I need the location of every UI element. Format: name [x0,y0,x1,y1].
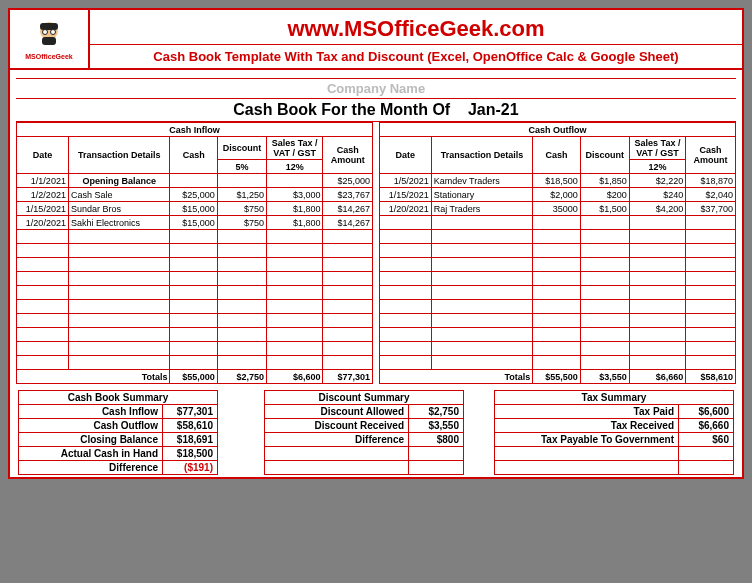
cell-details-in[interactable] [68,286,170,300]
cell-date-out[interactable]: 1/20/2021 [379,202,431,216]
cell-discount-out[interactable] [580,244,629,258]
cell-amount-in[interactable] [323,244,373,258]
cell-details-out[interactable]: Raj Traders [431,202,533,216]
cell-details-out[interactable] [431,356,533,370]
cell-amount-in[interactable]: $23,767 [323,188,373,202]
cell-cash-out[interactable] [533,300,580,314]
cell-amount-out[interactable] [686,216,736,230]
cell-tax-in[interactable] [266,174,322,188]
cell-tax-out[interactable]: $240 [629,188,685,202]
cell-amount-in[interactable]: $14,267 [323,202,373,216]
rate-tax-out[interactable]: 12% [629,160,685,174]
cell-amount-out[interactable]: $2,040 [686,188,736,202]
company-name[interactable]: Company Name [16,78,736,99]
rate-tax-in[interactable]: 12% [266,160,322,174]
cell-date-out[interactable] [379,230,431,244]
cell-tax-in[interactable]: $1,800 [266,202,322,216]
cell-tax-out[interactable] [629,356,685,370]
cell-cash-out[interactable]: 35000 [533,202,580,216]
cell-cash-in[interactable] [170,286,217,300]
cell-amount-in[interactable] [323,258,373,272]
cell-details-in[interactable] [68,328,170,342]
cell-cash-in[interactable]: $15,000 [170,216,217,230]
cell-tax-out[interactable]: $4,200 [629,202,685,216]
cell-discount-out[interactable]: $1,850 [580,174,629,188]
cell-tax-out[interactable] [629,342,685,356]
cell-amount-in[interactable] [323,342,373,356]
cell-amount-in[interactable] [323,300,373,314]
cell-discount-in[interactable]: $750 [217,202,266,216]
cell-cash-in[interactable] [170,272,217,286]
cell-date-in[interactable] [17,244,69,258]
cell-date-in[interactable] [17,328,69,342]
cell-date-out[interactable] [379,272,431,286]
cell-date-in[interactable] [17,342,69,356]
cell-date-out[interactable]: 1/5/2021 [379,174,431,188]
cell-date-in[interactable]: 1/20/2021 [17,216,69,230]
cell-tax-out[interactable] [629,244,685,258]
cell-cash-out[interactable] [533,272,580,286]
cell-discount-in[interactable] [217,328,266,342]
cell-discount-in[interactable] [217,174,266,188]
cell-discount-in[interactable] [217,230,266,244]
cell-amount-out[interactable] [686,272,736,286]
cell-details-out[interactable]: Kamdev Traders [431,174,533,188]
empty[interactable] [679,447,734,461]
month-value[interactable]: Jan-21 [468,101,519,118]
cell-amount-in[interactable]: $14,267 [323,216,373,230]
cell-discount-in[interactable] [217,244,266,258]
cell-tax-in[interactable] [266,272,322,286]
cell-tax-in[interactable] [266,342,322,356]
cell-date-in[interactable]: 1/1/2021 [17,174,69,188]
cell-cash-in[interactable]: $25,000 [170,188,217,202]
cell-date-in[interactable] [17,356,69,370]
empty[interactable] [265,447,409,461]
cell-discount-in[interactable] [217,258,266,272]
cell-date-in[interactable] [17,300,69,314]
cell-tax-out[interactable] [629,314,685,328]
cell-amount-in[interactable] [323,314,373,328]
cell-discount-out[interactable] [580,216,629,230]
empty[interactable] [495,447,679,461]
cell-amount-out[interactable]: $18,870 [686,174,736,188]
cell-discount-in[interactable]: $1,250 [217,188,266,202]
cell-details-in[interactable] [68,230,170,244]
cell-tax-in[interactable] [266,230,322,244]
cell-details-out[interactable] [431,272,533,286]
cell-amount-out[interactable] [686,328,736,342]
cell-amount-out[interactable] [686,244,736,258]
cell-discount-out[interactable] [580,258,629,272]
cell-details-in[interactable]: Opening Balance [68,174,170,188]
cell-details-out[interactable] [431,258,533,272]
cell-tax-out[interactable] [629,328,685,342]
cell-details-out[interactable] [431,244,533,258]
cell-tax-out[interactable] [629,286,685,300]
cell-details-out[interactable]: Stationary [431,188,533,202]
cell-tax-in[interactable] [266,258,322,272]
cell-date-in[interactable] [17,272,69,286]
cell-date-in[interactable] [17,230,69,244]
cell-tax-out[interactable] [629,258,685,272]
cell-amount-in[interactable]: $25,000 [323,174,373,188]
cell-tax-in[interactable] [266,300,322,314]
cell-details-out[interactable] [431,342,533,356]
cell-cash-in[interactable] [170,328,217,342]
cell-cash-in[interactable] [170,300,217,314]
cell-discount-out[interactable] [580,342,629,356]
cell-cash-in[interactable] [170,356,217,370]
cell-details-out[interactable] [431,216,533,230]
cell-discount-out[interactable] [580,328,629,342]
cell-details-in[interactable] [68,258,170,272]
cell-cash-out[interactable] [533,356,580,370]
cell-amount-in[interactable] [323,356,373,370]
cell-date-out[interactable] [379,286,431,300]
cell-discount-out[interactable]: $200 [580,188,629,202]
cell-tax-in[interactable] [266,286,322,300]
cell-tax-in[interactable] [266,314,322,328]
cell-discount-out[interactable] [580,356,629,370]
cell-discount-in[interactable] [217,300,266,314]
cell-discount-out[interactable] [580,230,629,244]
cell-cash-in[interactable] [170,314,217,328]
cell-date-in[interactable] [17,286,69,300]
cell-amount-in[interactable] [323,272,373,286]
